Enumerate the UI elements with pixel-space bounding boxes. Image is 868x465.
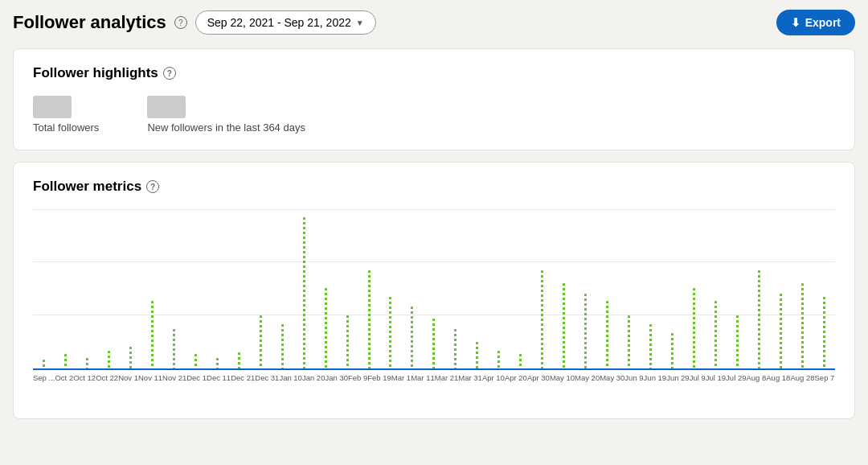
bar	[541, 270, 543, 368]
bars-wrapper	[33, 209, 835, 368]
bar-group	[531, 209, 553, 368]
header-left: Follower analytics ? Sep 22, 2021 - Sep …	[13, 10, 376, 35]
bar-group	[596, 209, 618, 368]
x-axis-label: Feb 19	[367, 373, 391, 382]
follower-metrics-card: Follower metrics ? Sep ...Oct 2Oct 12Oct…	[13, 162, 855, 419]
bar-group	[228, 209, 250, 368]
bar	[129, 347, 132, 368]
x-axis-label: Oct 22	[96, 373, 118, 382]
bar-group	[380, 209, 402, 368]
x-axis-label: Jan 20	[302, 373, 326, 382]
bar	[606, 301, 608, 368]
bar	[108, 351, 110, 368]
bar	[649, 324, 652, 368]
bar-group	[444, 209, 466, 368]
follower-highlights-card: Follower highlights ? Total followers Ne…	[13, 48, 855, 150]
bar	[281, 324, 284, 368]
bar	[238, 352, 240, 368]
x-axis-label: Sep ...	[33, 373, 55, 382]
page-title-help-icon[interactable]: ?	[174, 16, 187, 29]
x-axis-label: Aug 28	[790, 373, 814, 382]
date-range-label: Sep 22, 2021 - Sep 21, 2022	[207, 16, 351, 29]
new-followers-label: New followers in the last 364 days	[147, 121, 305, 134]
x-axis-label: Jul 19	[706, 373, 726, 382]
bar-group	[55, 209, 76, 368]
x-axis-label: Apr 10	[482, 373, 505, 382]
x-axis-label: Apr 30	[527, 373, 550, 382]
x-axis-label: Apr 20	[505, 373, 527, 382]
bar	[173, 329, 175, 368]
bar-group	[661, 209, 683, 368]
bar-group	[337, 209, 358, 368]
highlights-help-icon[interactable]: ?	[163, 67, 176, 80]
bar-group	[315, 209, 337, 368]
bar-group	[250, 209, 272, 368]
bar	[151, 301, 154, 368]
x-axis-label: May 10	[550, 373, 575, 382]
bar-group	[141, 209, 163, 368]
bar	[476, 342, 478, 368]
bar-group	[813, 209, 835, 368]
bar	[216, 358, 219, 368]
x-axis-label: Jul 29	[726, 373, 746, 382]
highlights-row: Total followers New followers in the las…	[33, 96, 835, 134]
bar	[563, 283, 565, 368]
bar	[693, 288, 695, 368]
x-axis-label: Mar 11	[411, 373, 435, 382]
new-followers-item: New followers in the last 364 days	[147, 96, 305, 134]
bar	[346, 315, 349, 368]
total-followers-item: Total followers	[33, 96, 99, 134]
bar-group	[423, 209, 444, 368]
x-axis-label: Dec 11	[207, 373, 231, 382]
bar	[368, 270, 371, 368]
bar-group	[33, 209, 55, 368]
bar	[86, 358, 88, 368]
bar-group	[748, 209, 770, 368]
x-axis-label: Oct 2	[55, 373, 73, 382]
x-axis-label: Jan 30	[325, 373, 348, 382]
bar	[43, 360, 45, 368]
x-axis-label: Dec 21	[231, 373, 255, 382]
x-axis-label: Dec 1	[186, 373, 207, 382]
date-range-button[interactable]: Sep 22, 2021 - Sep 21, 2022 ▼	[195, 10, 376, 35]
x-axis-label: Mar 21	[435, 373, 459, 382]
bar-group	[510, 209, 531, 368]
bar	[454, 329, 457, 368]
x-axis-label: Jun 9	[624, 373, 643, 382]
bar-group	[727, 209, 748, 368]
bar	[432, 319, 435, 368]
bar-group	[683, 209, 705, 368]
chart-area	[33, 209, 835, 370]
x-axis-label: Jan 10	[279, 373, 302, 382]
chart-container: Sep ...Oct 2Oct 12Oct 22Nov 1Nov 11Nov 2…	[33, 209, 835, 402]
bar-group	[705, 209, 727, 368]
bar-group	[466, 209, 488, 368]
x-axis-labels: Sep ...Oct 2Oct 12Oct 22Nov 1Nov 11Nov 2…	[33, 370, 835, 382]
x-axis-label: May 20	[575, 373, 600, 382]
x-axis-label: Nov 21	[162, 373, 186, 382]
bar	[389, 297, 391, 368]
bar	[628, 315, 630, 368]
x-axis-label: Jul 9	[690, 373, 706, 382]
x-axis-label: Jun 19	[644, 373, 667, 382]
chevron-down-icon: ▼	[356, 19, 364, 27]
bar-group	[185, 209, 207, 368]
bar	[260, 315, 262, 368]
bar-group	[120, 209, 141, 368]
bar	[64, 354, 67, 368]
x-axis-label: Nov 1	[118, 373, 138, 382]
x-axis-label: Nov 11	[138, 373, 162, 382]
x-axis-label: Aug 8	[746, 373, 766, 382]
export-label: Export	[805, 16, 841, 29]
export-button[interactable]: ⬇ Export	[776, 10, 855, 35]
bar	[780, 294, 782, 368]
bar	[714, 301, 717, 368]
metrics-help-icon[interactable]: ?	[146, 180, 159, 193]
bar-group	[488, 209, 510, 368]
bar-group	[553, 209, 575, 368]
total-followers-label: Total followers	[33, 121, 99, 134]
bar-group	[272, 209, 293, 368]
new-followers-value	[147, 96, 186, 118]
x-axis-label: Jun 29	[666, 373, 690, 382]
bar	[411, 307, 413, 368]
